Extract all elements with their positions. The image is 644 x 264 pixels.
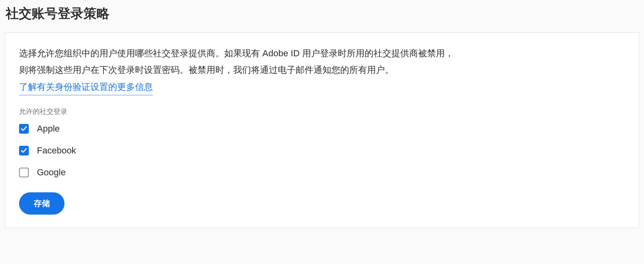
check-icon — [21, 147, 27, 154]
checkbox-label-facebook: Facebook — [37, 145, 76, 156]
checkbox-row-facebook[interactable]: Facebook — [19, 145, 625, 156]
policy-description-line-2: 则将强制这些用户在下次登录时设置密码。被禁用时，我们将通过电子邮件通知您的所有用… — [19, 62, 625, 77]
checkbox-google[interactable] — [19, 168, 29, 177]
policy-description-line-1: 选择允许您组织中的用户使用哪些社交登录提供商。如果现有 Adobe ID 用户登… — [19, 46, 625, 61]
checkbox-apple[interactable] — [19, 124, 29, 134]
checkbox-label-apple: Apple — [37, 123, 60, 134]
allowed-social-logins-label: 允许的社交登录 — [19, 107, 625, 116]
learn-more-link[interactable]: 了解有关身份验证设置的更多信息 — [19, 81, 153, 96]
check-icon — [21, 126, 27, 132]
save-button[interactable]: 存储 — [19, 192, 64, 215]
social-login-policy-card: 选择允许您组织中的用户使用哪些社交登录提供商。如果现有 Adobe ID 用户登… — [5, 32, 639, 228]
checkbox-row-google[interactable]: Google — [19, 167, 625, 178]
checkbox-row-apple[interactable]: Apple — [19, 123, 625, 134]
checkbox-label-google: Google — [37, 167, 66, 178]
page-title: 社交账号登录策略 — [5, 5, 639, 23]
checkbox-facebook[interactable] — [19, 146, 29, 155]
